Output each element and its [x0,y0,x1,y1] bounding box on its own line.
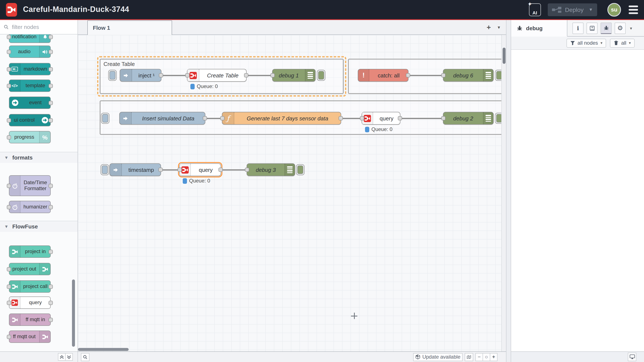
palette-filter[interactable] [0,20,78,34]
inject-arrow-icon [110,164,122,176]
sidebar-tab-debug[interactable]: debug [511,20,567,37]
port[interactable] [159,73,163,77]
port [7,67,11,71]
port[interactable] [178,168,182,172]
debug-toggle-button[interactable] [495,113,501,124]
port[interactable] [441,73,446,77]
user-avatar[interactable]: su [607,3,621,16]
palette-node-audio[interactable]: audio [9,45,51,58]
ai-assistant-button[interactable]: ✦ AI [529,3,541,16]
wire[interactable] [342,118,360,119]
flow-canvas[interactable]: Create Table [78,35,501,351]
node-inject-1[interactable]: inject ¹ [120,69,162,82]
port[interactable] [220,116,224,120]
palette-collapse-up-button[interactable] [58,353,66,361]
palette-node-project-out[interactable]: project out [9,263,51,275]
palette-filter-input[interactable] [11,23,66,31]
open-in-window-button[interactable] [628,353,636,361]
flow-list-caret[interactable]: ▾ [498,25,500,30]
port [7,284,11,289]
palette-node-project-in[interactable]: project in [9,245,51,258]
flowfuse-logo-icon[interactable] [6,3,17,16]
node-insert-simulated-data[interactable]: Insert simulated Data [119,112,205,125]
palette-node-query[interactable]: query [9,297,51,309]
wire[interactable] [162,169,178,171]
debug-clear-button[interactable]: all ▾ [610,38,635,47]
main-menu-button[interactable] [629,5,638,14]
palette-node-markdown[interactable]: M↓ markdown [9,63,51,75]
port[interactable] [441,116,446,120]
node-query-3-selected[interactable]: query [179,163,221,176]
port[interactable] [203,116,207,120]
deploy-caret-icon[interactable]: ▼ [589,7,593,12]
wire[interactable] [206,118,221,119]
node-query-2[interactable]: query [362,112,400,125]
inject-trigger-button[interactable] [101,113,110,124]
node-catch-all[interactable]: ! catch: all [358,69,408,82]
port[interactable] [245,168,249,172]
update-available-button[interactable]: Update available [413,353,462,361]
wire[interactable] [222,169,245,171]
palette-node-ff-mqtt-out[interactable]: ff mqtt out [9,331,51,343]
port[interactable] [185,73,190,77]
node-debug-6[interactable]: debug 6 [443,69,494,82]
port[interactable] [338,116,343,120]
debug-messages-panel[interactable] [511,50,644,351]
port[interactable] [218,168,223,172]
node-debug-2[interactable]: debug 2 [443,112,494,125]
sidebar-tab-config-button[interactable]: ⚙ [614,22,626,34]
wire[interactable] [248,75,271,76]
debug-toggle-button[interactable] [317,70,326,81]
sidebar-tabs-caret[interactable]: ▾ [630,26,632,30]
palette-scroll-area[interactable]: notification audio M↓ [0,34,78,351]
inject-trigger-button[interactable] [100,164,109,175]
canvas-vertical-scrollbar[interactable] [502,48,506,64]
node-timestamp[interactable]: timestamp [110,163,161,176]
palette-node-progress[interactable]: progress % [9,131,51,143]
sidebar-splitter[interactable] [506,20,511,362]
palette-node-template[interactable]: </> template [9,80,51,92]
palette-section-flowfuse[interactable]: ▼ FlowFuse [0,221,78,232]
palette-section-formats[interactable]: ▼ formats [0,152,78,163]
zoom-in-button[interactable]: + [490,353,498,361]
add-flow-button[interactable]: + [486,23,491,32]
wire[interactable] [163,75,186,76]
sidebar-tab-debug-button[interactable] [600,22,612,34]
node-generate-sensor-data-function[interactable]: ƒ Generate last 7 days sensor data [222,112,341,125]
palette-node-project-call[interactable]: project call [9,280,51,293]
zoom-reset-button[interactable]: ○ [482,353,490,361]
palette-node-notification[interactable]: notification [9,34,51,43]
deploy-button[interactable]: Deploy ▼ [548,3,597,16]
zoom-out-button[interactable]: − [475,353,483,361]
node-debug-1[interactable]: debug 1 [272,69,316,82]
palette-scrollbar[interactable] [72,279,75,347]
node-create-table-query[interactable]: Create Table [187,69,246,82]
inject-trigger-button[interactable] [108,70,117,81]
debug-toggle-button[interactable] [495,70,501,81]
sidebar-tab-help-button[interactable] [586,22,598,34]
search-flows-button[interactable] [81,353,90,361]
tab-flow-1[interactable]: Flow 1 [87,20,172,35]
port[interactable] [406,73,410,77]
debug-toggle-button[interactable] [296,164,304,175]
port[interactable] [270,73,275,77]
minimap-button[interactable] [465,353,473,361]
port [48,84,53,88]
palette-node-ff-mqtt-in[interactable]: ff mqtt in [9,314,51,326]
palette-node-event[interactable]: event [9,97,51,109]
wire[interactable] [410,75,442,76]
palette-node-datetime-formatter[interactable]: Date/Time Formatter [9,175,51,196]
port[interactable] [244,73,248,77]
canvas-horizontal-scrollbar[interactable] [78,348,129,351]
debug-filter-button[interactable]: all nodes ▾ [566,38,606,47]
palette-node-ui-control[interactable]: ui control [9,114,51,126]
palette-node-humanizer[interactable]: humanizer [9,201,51,213]
port [48,118,53,122]
node-debug-3[interactable]: debug 3 [246,163,295,176]
sidebar-tab-info-button[interactable]: i [572,22,584,34]
port[interactable] [398,116,402,120]
palette-collapse-down-button[interactable] [65,353,73,361]
port[interactable] [158,168,163,172]
wire[interactable] [402,118,442,119]
port[interactable] [360,116,364,120]
